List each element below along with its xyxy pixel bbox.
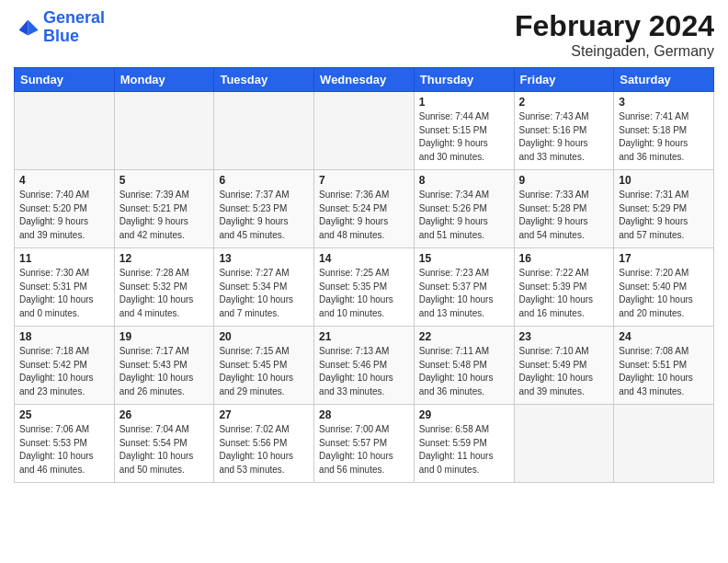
calendar-day-cell: 20Sunrise: 7:15 AM Sunset: 5:45 PM Dayli… <box>214 327 314 405</box>
day-number: 17 <box>619 252 709 265</box>
weekday-header-sunday: Sunday <box>15 68 115 92</box>
day-number: 15 <box>419 252 509 265</box>
calendar-day-cell: 1Sunrise: 7:44 AM Sunset: 5:15 PM Daylig… <box>414 92 514 170</box>
svg-marker-0 <box>28 19 38 35</box>
calendar-day-cell: 9Sunrise: 7:33 AM Sunset: 5:28 PM Daylig… <box>514 170 614 248</box>
day-number: 16 <box>519 252 609 265</box>
calendar-day-cell: 18Sunrise: 7:18 AM Sunset: 5:42 PM Dayli… <box>15 327 115 405</box>
weekday-header-saturday: Saturday <box>614 68 714 92</box>
day-info: Sunrise: 7:25 AM Sunset: 5:35 PM Dayligh… <box>319 267 409 320</box>
day-number: 24 <box>619 330 709 343</box>
day-number: 27 <box>219 408 309 421</box>
calendar-day-cell: 5Sunrise: 7:39 AM Sunset: 5:21 PM Daylig… <box>114 170 214 248</box>
calendar-week-row: 18Sunrise: 7:18 AM Sunset: 5:42 PM Dayli… <box>15 327 714 405</box>
calendar-day-cell: 22Sunrise: 7:11 AM Sunset: 5:48 PM Dayli… <box>414 327 514 405</box>
logo: General Blue <box>14 9 105 46</box>
day-info: Sunrise: 7:28 AM Sunset: 5:32 PM Dayligh… <box>119 267 210 320</box>
logo-text: General Blue <box>43 9 105 46</box>
calendar-day-cell: 3Sunrise: 7:41 AM Sunset: 5:18 PM Daylig… <box>614 92 714 170</box>
calendar-week-row: 4Sunrise: 7:40 AM Sunset: 5:20 PM Daylig… <box>15 170 714 248</box>
calendar-day-cell <box>514 405 614 483</box>
calendar-day-cell: 16Sunrise: 7:22 AM Sunset: 5:39 PM Dayli… <box>514 248 614 327</box>
calendar-day-cell: 8Sunrise: 7:34 AM Sunset: 5:26 PM Daylig… <box>414 170 514 248</box>
calendar-day-cell: 12Sunrise: 7:28 AM Sunset: 5:32 PM Dayli… <box>114 248 214 327</box>
calendar-table: SundayMondayTuesdayWednesdayThursdayFrid… <box>14 67 714 483</box>
weekday-header-thursday: Thursday <box>414 68 514 92</box>
calendar-week-row: 11Sunrise: 7:30 AM Sunset: 5:31 PM Dayli… <box>15 248 714 327</box>
weekday-header-tuesday: Tuesday <box>214 68 314 92</box>
day-info: Sunrise: 6:58 AM Sunset: 5:59 PM Dayligh… <box>419 423 509 477</box>
calendar-day-cell: 15Sunrise: 7:23 AM Sunset: 5:37 PM Dayli… <box>414 248 514 327</box>
day-number: 8 <box>419 174 509 187</box>
day-info: Sunrise: 7:06 AM Sunset: 5:53 PM Dayligh… <box>19 423 109 477</box>
day-number: 13 <box>219 252 309 265</box>
day-info: Sunrise: 7:31 AM Sunset: 5:29 PM Dayligh… <box>619 189 709 242</box>
day-number: 12 <box>119 252 210 265</box>
page-header: General Blue February 2024 Steingaden, G… <box>14 9 714 60</box>
svg-marker-1 <box>19 19 28 35</box>
day-number: 10 <box>619 174 709 187</box>
day-info: Sunrise: 7:15 AM Sunset: 5:45 PM Dayligh… <box>219 345 309 398</box>
logo-icon <box>14 15 40 40</box>
day-info: Sunrise: 7:39 AM Sunset: 5:21 PM Dayligh… <box>119 189 210 242</box>
weekday-header-wednesday: Wednesday <box>314 68 415 92</box>
calendar-day-cell: 23Sunrise: 7:10 AM Sunset: 5:49 PM Dayli… <box>514 327 614 405</box>
day-info: Sunrise: 7:00 AM Sunset: 5:57 PM Dayligh… <box>319 423 409 477</box>
day-number: 18 <box>19 330 109 343</box>
calendar-day-cell: 26Sunrise: 7:04 AM Sunset: 5:54 PM Dayli… <box>114 405 214 483</box>
day-info: Sunrise: 7:17 AM Sunset: 5:43 PM Dayligh… <box>119 345 210 398</box>
day-number: 28 <box>319 408 409 421</box>
calendar-week-row: 25Sunrise: 7:06 AM Sunset: 5:53 PM Dayli… <box>15 405 714 483</box>
calendar-header-row: SundayMondayTuesdayWednesdayThursdayFrid… <box>15 68 714 92</box>
day-info: Sunrise: 7:22 AM Sunset: 5:39 PM Dayligh… <box>519 267 609 320</box>
calendar-day-cell: 25Sunrise: 7:06 AM Sunset: 5:53 PM Dayli… <box>15 405 115 483</box>
calendar-day-cell: 4Sunrise: 7:40 AM Sunset: 5:20 PM Daylig… <box>15 170 115 248</box>
calendar-day-cell: 17Sunrise: 7:20 AM Sunset: 5:40 PM Dayli… <box>614 248 714 327</box>
day-info: Sunrise: 7:02 AM Sunset: 5:56 PM Dayligh… <box>219 423 309 477</box>
calendar-day-cell: 19Sunrise: 7:17 AM Sunset: 5:43 PM Dayli… <box>114 327 214 405</box>
day-number: 7 <box>319 174 409 187</box>
calendar-day-cell: 10Sunrise: 7:31 AM Sunset: 5:29 PM Dayli… <box>614 170 714 248</box>
day-info: Sunrise: 7:23 AM Sunset: 5:37 PM Dayligh… <box>419 267 509 320</box>
day-info: Sunrise: 7:41 AM Sunset: 5:18 PM Dayligh… <box>619 110 709 164</box>
day-number: 22 <box>419 330 509 343</box>
day-number: 6 <box>219 174 309 187</box>
day-info: Sunrise: 7:43 AM Sunset: 5:16 PM Dayligh… <box>519 110 609 164</box>
day-number: 1 <box>419 96 509 109</box>
day-info: Sunrise: 7:27 AM Sunset: 5:34 PM Dayligh… <box>219 267 309 320</box>
calendar-day-cell <box>15 92 115 170</box>
calendar-day-cell: 2Sunrise: 7:43 AM Sunset: 5:16 PM Daylig… <box>514 92 614 170</box>
calendar-week-row: 1Sunrise: 7:44 AM Sunset: 5:15 PM Daylig… <box>15 92 714 170</box>
day-number: 26 <box>119 408 210 421</box>
day-info: Sunrise: 7:36 AM Sunset: 5:24 PM Dayligh… <box>319 189 409 242</box>
day-number: 3 <box>619 96 709 109</box>
day-info: Sunrise: 7:10 AM Sunset: 5:49 PM Dayligh… <box>519 345 609 398</box>
day-info: Sunrise: 7:20 AM Sunset: 5:40 PM Dayligh… <box>619 267 709 320</box>
day-number: 29 <box>419 408 509 421</box>
calendar-day-cell <box>314 92 415 170</box>
day-info: Sunrise: 7:40 AM Sunset: 5:20 PM Dayligh… <box>19 189 109 242</box>
day-info: Sunrise: 7:13 AM Sunset: 5:46 PM Dayligh… <box>319 345 409 398</box>
day-number: 21 <box>319 330 409 343</box>
day-number: 4 <box>19 174 109 187</box>
day-info: Sunrise: 7:18 AM Sunset: 5:42 PM Dayligh… <box>19 345 109 398</box>
calendar-day-cell <box>214 92 314 170</box>
day-info: Sunrise: 7:11 AM Sunset: 5:48 PM Dayligh… <box>419 345 509 398</box>
day-number: 11 <box>19 252 109 265</box>
calendar-day-cell: 14Sunrise: 7:25 AM Sunset: 5:35 PM Dayli… <box>314 248 415 327</box>
day-number: 25 <box>19 408 109 421</box>
day-info: Sunrise: 7:08 AM Sunset: 5:51 PM Dayligh… <box>619 345 709 398</box>
day-number: 20 <box>219 330 309 343</box>
calendar-day-cell <box>614 405 714 483</box>
day-number: 19 <box>119 330 210 343</box>
day-number: 9 <box>519 174 609 187</box>
day-number: 14 <box>319 252 409 265</box>
weekday-header-monday: Monday <box>114 68 214 92</box>
title-block: February 2024 Steingaden, Germany <box>515 9 714 60</box>
calendar-day-cell: 13Sunrise: 7:27 AM Sunset: 5:34 PM Dayli… <box>214 248 314 327</box>
calendar-day-cell: 11Sunrise: 7:30 AM Sunset: 5:31 PM Dayli… <box>15 248 115 327</box>
day-number: 2 <box>519 96 609 109</box>
calendar-day-cell: 29Sunrise: 6:58 AM Sunset: 5:59 PM Dayli… <box>414 405 514 483</box>
day-info: Sunrise: 7:44 AM Sunset: 5:15 PM Dayligh… <box>419 110 509 164</box>
day-info: Sunrise: 7:34 AM Sunset: 5:26 PM Dayligh… <box>419 189 509 242</box>
